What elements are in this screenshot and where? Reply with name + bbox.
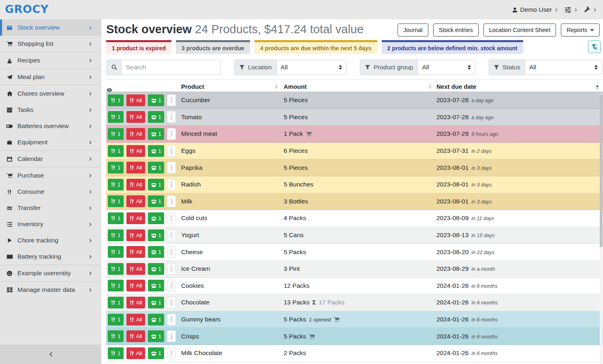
row-menu-button[interactable]: ⋮ (167, 314, 176, 325)
row-menu-button[interactable]: ⋮ (167, 229, 176, 241)
sidebar-item-stock-overview[interactable]: Stock overview (0, 19, 101, 36)
open-one-button[interactable]: 1 (148, 94, 165, 106)
consume-all-button[interactable]: All (126, 229, 145, 241)
sidebar-item-calendar[interactable]: Calendar (0, 151, 101, 167)
consume-one-button[interactable]: 1 (108, 297, 124, 308)
sidebar-item-chore-tracking[interactable]: Chore tracking (0, 232, 101, 248)
row-menu-button[interactable]: ⋮ (167, 94, 176, 106)
consume-one-button[interactable]: 1 (108, 246, 124, 258)
row-menu-button[interactable]: ⋮ (167, 330, 176, 342)
banner-overdue[interactable]: 3 products are overdue (176, 40, 250, 54)
consume-all-button[interactable]: All (126, 179, 145, 191)
column-header-amount[interactable]: Amount (284, 83, 436, 90)
row-menu-button[interactable]: ⋮ (167, 212, 176, 224)
sidebar-item-purchase[interactable]: Purchase (0, 167, 101, 184)
scrollbar-thumb[interactable] (600, 94, 603, 247)
location-content-sheet-button[interactable]: Location Content Sheet (483, 24, 556, 36)
column-header-product[interactable]: Product (181, 83, 284, 90)
consume-all-button[interactable]: All (126, 111, 145, 123)
open-one-button[interactable]: 1 (148, 280, 165, 291)
consume-one-button[interactable]: 1 (108, 314, 124, 325)
row-menu-button[interactable]: ⋮ (167, 280, 176, 291)
sidebar-item-meal-plan[interactable]: Meal plan (0, 69, 101, 85)
open-one-button[interactable]: 1 (148, 145, 165, 157)
open-one-button[interactable]: 1 (148, 128, 165, 140)
consume-all-button[interactable]: All (126, 128, 145, 140)
open-one-button[interactable]: 1 (148, 347, 165, 359)
sidebar-item-example-userentity[interactable]: Example userentity (0, 265, 101, 281)
consume-one-button[interactable]: 1 (108, 128, 124, 140)
consume-one-button[interactable]: 1 (108, 212, 124, 224)
consume-one-button[interactable]: 1 (108, 179, 124, 191)
sidebar-item-consume[interactable]: Consume (0, 184, 101, 200)
banner-expired[interactable]: 1 product is expired (106, 40, 171, 54)
consume-one-button[interactable]: 1 (108, 330, 124, 342)
consume-one-button[interactable]: 1 (108, 263, 124, 275)
consume-all-button[interactable]: All (126, 314, 145, 325)
consume-one-button[interactable]: 1 (108, 280, 124, 291)
row-menu-button[interactable]: ⋮ (167, 195, 176, 207)
consume-one-button[interactable]: 1 (108, 111, 124, 123)
consume-one-button[interactable]: 1 (108, 229, 124, 241)
scrollbar-track[interactable] (600, 94, 603, 364)
sidebar-item-shopping-list[interactable]: Shopping list (0, 36, 101, 52)
open-one-button[interactable]: 1 (148, 179, 165, 191)
row-menu-button[interactable]: ⋮ (167, 111, 176, 123)
filter-select[interactable]: All (276, 60, 346, 75)
open-one-button[interactable]: 1 (148, 263, 165, 275)
admin-menu-button[interactable] (584, 6, 597, 13)
consume-all-button[interactable]: All (126, 246, 145, 258)
consume-one-button[interactable]: 1 (108, 94, 124, 106)
settings-menu-button[interactable] (565, 6, 578, 13)
consume-one-button[interactable]: 1 (108, 162, 124, 173)
consume-one-button[interactable]: 1 (108, 195, 124, 207)
grocy-logo[interactable]: GROCY (5, 3, 49, 15)
column-header-next-due-date[interactable]: Next due date (436, 83, 603, 90)
sidebar-item-batteries-overview[interactable]: Batteries overview (0, 118, 101, 134)
sidebar-item-chores-overview[interactable]: Chores overview (0, 86, 101, 102)
open-one-button[interactable]: 1 (148, 162, 165, 173)
consume-all-button[interactable]: All (126, 280, 145, 291)
open-one-button[interactable]: 1 (148, 297, 165, 308)
consume-all-button[interactable]: All (126, 347, 145, 359)
consume-one-button[interactable]: 1 (108, 347, 124, 359)
sidebar-item-transfer[interactable]: Transfer (0, 200, 101, 216)
row-menu-button[interactable]: ⋮ (167, 145, 176, 157)
consume-all-button[interactable]: All (126, 94, 145, 106)
sidebar-item-tasks[interactable]: Tasks (0, 102, 101, 118)
user-menu-button[interactable]: Demo User (512, 6, 559, 13)
journal-button[interactable]: Journal (398, 24, 428, 36)
open-one-button[interactable]: 1 (148, 195, 165, 207)
clear-filter-button[interactable] (588, 41, 601, 53)
sidebar-item-battery-tracking[interactable]: Battery tracking (0, 248, 101, 265)
sidebar-item-manage-master-data[interactable]: Manage master data (0, 282, 101, 298)
sidebar-item-equipment[interactable]: Equipment (0, 134, 101, 150)
consume-all-button[interactable]: All (126, 162, 145, 173)
reports-dropdown-button[interactable]: Reports (561, 24, 600, 36)
row-menu-button[interactable]: ⋮ (167, 263, 176, 275)
sidebar-collapse-button[interactable] (0, 345, 101, 364)
consume-all-button[interactable]: All (126, 263, 145, 275)
consume-all-button[interactable]: All (126, 297, 145, 308)
open-one-button[interactable]: 1 (148, 229, 165, 241)
banner-belowmin[interactable]: 2 products are below defined min. stock … (382, 40, 523, 54)
consume-all-button[interactable]: All (126, 145, 145, 157)
consume-all-button[interactable]: All (126, 195, 145, 207)
open-one-button[interactable]: 1 (148, 314, 165, 325)
consume-all-button[interactable]: All (126, 212, 145, 224)
banner-duesoon[interactable]: 4 products are due within the next 5 day… (254, 40, 377, 54)
open-one-button[interactable]: 1 (148, 330, 165, 342)
open-one-button[interactable]: 1 (148, 111, 165, 123)
consume-one-button[interactable]: 1 (108, 145, 124, 157)
open-one-button[interactable]: 1 (148, 212, 165, 224)
row-menu-button[interactable]: ⋮ (167, 128, 176, 140)
row-menu-button[interactable]: ⋮ (167, 347, 176, 359)
open-one-button[interactable]: 1 (148, 246, 165, 258)
row-menu-button[interactable]: ⋮ (167, 162, 176, 173)
search-input[interactable] (122, 60, 221, 75)
stock-entries-button[interactable]: Stock entries (433, 24, 479, 36)
sidebar-item-inventory[interactable]: Inventory (0, 216, 101, 232)
row-menu-button[interactable]: ⋮ (167, 179, 176, 191)
row-menu-button[interactable]: ⋮ (167, 246, 176, 258)
sidebar-item-recipes[interactable]: Recipes (0, 52, 101, 69)
